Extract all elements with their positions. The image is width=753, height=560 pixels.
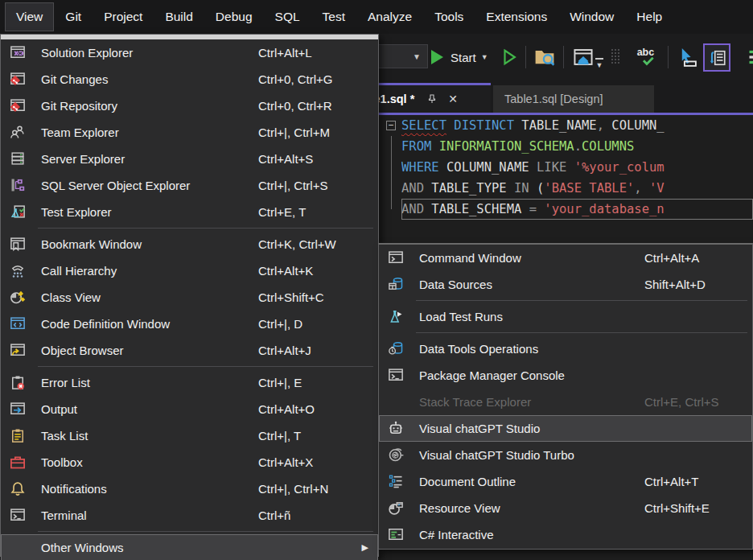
- menu-item-shortcut: Ctrl+|, E: [258, 376, 302, 389]
- menu-item-label: SQL Server Object Explorer: [41, 179, 190, 192]
- code-line-1: 1−SELECT DISTINCT TABLE_NAME, COLUMN_: [351, 115, 753, 136]
- abc-check-icon: abc: [636, 45, 660, 69]
- menu-item-shortcut: Ctrl+Alt+L: [258, 46, 312, 60]
- menubar-item-extensions[interactable]: Extensions: [475, 2, 558, 31]
- run-without-debug-button[interactable]: [500, 34, 518, 80]
- menu-bar: ViewGitProjectBuildDebugSQLTestAnalyzeTo…: [0, 0, 753, 34]
- menu-item-label: Notifications: [41, 482, 107, 496]
- menu-item-notifications[interactable]: NotificationsCtrl+|, Ctrl+N: [1, 476, 378, 502]
- spell-check-button[interactable]: abc: [636, 34, 660, 80]
- window-home-icon: [573, 47, 594, 68]
- menubar-item-help[interactable]: Help: [625, 2, 673, 31]
- notifications-icon: [9, 480, 27, 497]
- csharp-interactive-icon: [387, 525, 405, 543]
- menu-item-visual-chatgpt-studio[interactable]: Visual chatGPT Studio: [379, 415, 752, 442]
- menu-item-server-explorer[interactable]: Server ExplorerCtrl+Alt+S: [1, 146, 378, 172]
- clipped-icon: [747, 47, 753, 68]
- chevron-down-icon: ▼: [413, 52, 421, 61]
- menu-item-label: Other Windows: [41, 541, 124, 554]
- menubar-item-build[interactable]: Build: [154, 2, 204, 31]
- menu-item-class-view[interactable]: Class ViewCtrl+Shift+C: [1, 284, 378, 311]
- toolbar-separator: [525, 46, 526, 68]
- menu-item-visual-chatgpt-studio-turbo[interactable]: Visual chatGPT Studio Turbo: [379, 442, 752, 468]
- menu-item-csharp-interactive[interactable]: C# Interactive: [379, 521, 752, 548]
- clipped-toolbar-button[interactable]: [747, 34, 753, 80]
- document-outline-icon: [387, 472, 405, 490]
- menubar-item-window[interactable]: Window: [558, 2, 625, 31]
- menu-item-label: Visual chatGPT Studio Turbo: [419, 448, 574, 462]
- code-line-6: 6: [351, 220, 753, 241]
- menubar-item-sql[interactable]: SQL: [264, 2, 311, 31]
- document-flow-icon: [707, 48, 726, 68]
- menu-item-toolbox[interactable]: ToolboxCtrl+Alt+X: [1, 449, 378, 476]
- code-line-5: 5AND TABLE_SCHEMA = 'your_database_n: [351, 199, 753, 220]
- menu-item-label: Toolbox: [41, 455, 83, 469]
- menu-item-call-hierarchy[interactable]: Call HierarchyCtrl+Alt+K: [1, 257, 378, 284]
- chatgpt-studio-tool-button-selected[interactable]: [703, 43, 730, 72]
- menu-item-load-test-runs[interactable]: Load Test Runs: [379, 303, 752, 330]
- menu-item-shortcut: Ctrl+Shift+E: [644, 501, 710, 515]
- resource-view-icon: [387, 499, 405, 517]
- menu-item-team-explorer[interactable]: Team ExplorerCtrl+|, Ctrl+M: [1, 119, 378, 146]
- collapse-icon[interactable]: −: [386, 121, 396, 130]
- toolbar-drag-handle[interactable]: [611, 34, 621, 80]
- menu-item-bookmark-window[interactable]: Bookmark WindowCtrl+K, Ctrl+W: [1, 231, 378, 257]
- code-definition-window-icon: [9, 315, 27, 332]
- overflow-line: [595, 58, 603, 60]
- toolbox-icon: [9, 453, 27, 471]
- menu-item-package-manager-console[interactable]: Package Manager Console: [379, 362, 752, 389]
- start-debug-button[interactable]: Start ▼: [431, 34, 488, 80]
- menu-item-error-list[interactable]: Error ListCtrl+|, E: [1, 369, 378, 396]
- menu-item-git-repository[interactable]: Git RepositoryCtrl+0, Ctrl+R: [1, 93, 378, 119]
- menu-item-shortcut: Ctrl+Alt+X: [258, 455, 313, 469]
- menu-item-command-window[interactable]: Command WindowCtrl+Alt+A: [379, 245, 752, 271]
- menu-item-task-list[interactable]: Task ListCtrl+|, T: [1, 422, 378, 449]
- toolbar-overflow-button[interactable]: ▼: [595, 34, 603, 80]
- fold-margin[interactable]: −: [384, 115, 401, 136]
- menu-item-data-sources[interactable]: Data SourcesShift+Alt+D: [379, 271, 752, 298]
- menu-item-terminal[interactable]: TerminalCtrl+ñ: [1, 502, 378, 529]
- find-in-files-button[interactable]: [534, 34, 555, 80]
- bookmark-window-icon: [9, 235, 27, 253]
- menu-item-code-definition-window[interactable]: Code Definition WindowCtrl+|, D: [1, 311, 378, 337]
- menubar-item-analyze[interactable]: Analyze: [356, 2, 423, 31]
- menu-item-solution-explorer[interactable]: Solution ExplorerCtrl+Alt+L: [1, 39, 378, 66]
- document-tab-strip: ure1.sql * ✕ Table1.sql [Design]: [351, 80, 753, 115]
- menubar-item-debug[interactable]: Debug: [204, 2, 264, 31]
- pin-icon[interactable]: [426, 93, 438, 105]
- test-explorer-icon: [9, 203, 27, 220]
- menu-item-shortcut: Shift+Alt+D: [644, 278, 706, 291]
- git-repository-icon: [9, 97, 27, 114]
- menu-item-shortcut: Ctrl+Alt+O: [258, 402, 315, 416]
- fold-margin: [384, 199, 401, 220]
- menu-item-sql-server-object-explorer[interactable]: SQL Server Object ExplorerCtrl+|, Ctrl+S: [1, 172, 378, 199]
- menubar-item-view[interactable]: View: [5, 2, 54, 31]
- fold-margin: [384, 220, 401, 241]
- menubar-item-project[interactable]: Project: [93, 2, 154, 31]
- menu-item-output[interactable]: OutputCtrl+Alt+O: [1, 396, 378, 422]
- menu-item-git-changes[interactable]: Git ChangesCtrl+0, Ctrl+G: [1, 66, 378, 93]
- menu-item-document-outline[interactable]: Document OutlineCtrl+Alt+T: [379, 468, 752, 495]
- menu-item-resource-view[interactable]: Resource ViewCtrl+Shift+E: [379, 495, 752, 521]
- output-icon: [9, 400, 27, 418]
- pointer-tool-button[interactable]: [676, 34, 698, 80]
- menu-item-object-browser[interactable]: Object BrowserCtrl+Alt+J: [1, 337, 378, 364]
- play-icon: [431, 50, 443, 64]
- close-icon[interactable]: ✕: [448, 93, 458, 105]
- menubar-item-tools[interactable]: Tools: [423, 2, 475, 31]
- web-browser-button[interactable]: [573, 34, 594, 80]
- menubar-item-git[interactable]: Git: [54, 2, 93, 31]
- menu-item-label: Object Browser: [41, 344, 124, 357]
- menubar-item-test[interactable]: Test: [311, 2, 356, 31]
- menu-item-test-explorer[interactable]: Test ExplorerCtrl+E, T: [1, 199, 378, 225]
- call-hierarchy-icon: [9, 261, 27, 279]
- menu-item-label: Output: [41, 402, 77, 416]
- menu-separator: [416, 300, 747, 301]
- menu-item-label: Stack Trace Explorer: [419, 395, 531, 409]
- tab-table1-sql-design[interactable]: Table1.sql [Design]: [493, 85, 654, 113]
- cursor-pointer-icon: [676, 46, 698, 68]
- menu-item-other-windows[interactable]: Other Windows▶: [1, 534, 378, 560]
- menu-item-shortcut: Ctrl+|, D: [258, 317, 302, 331]
- menu-item-data-tools-operations[interactable]: Data Tools Operations: [379, 336, 752, 362]
- menu-separator: [38, 228, 373, 229]
